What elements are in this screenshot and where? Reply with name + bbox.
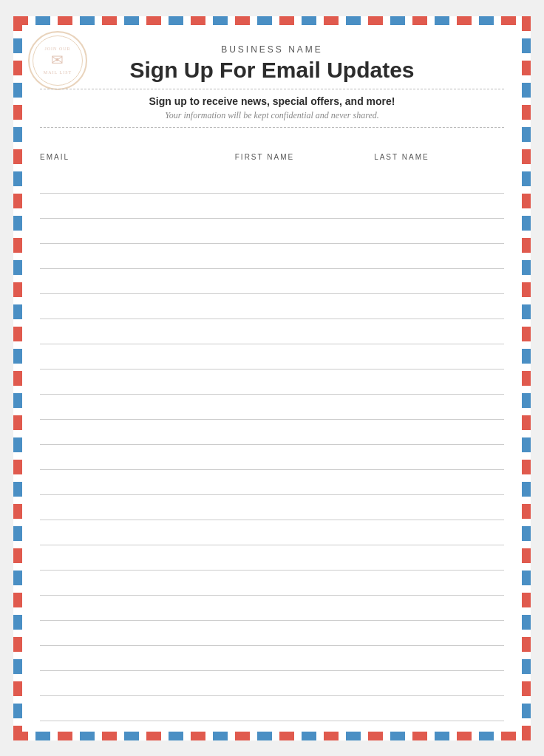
form-row[interactable] — [40, 344, 504, 370]
firstname-cell-1[interactable] — [235, 194, 374, 218]
firstname-column-header: FIRST NAME — [235, 153, 374, 164]
form-row[interactable] — [40, 646, 504, 671]
firstname-cell-15[interactable] — [235, 545, 374, 570]
lastname-cell-4[interactable] — [374, 269, 504, 293]
form-row[interactable] — [40, 470, 504, 495]
airmail-border-left — [13, 16, 22, 740]
firstname-cell-0[interactable] — [235, 168, 374, 193]
form-row[interactable] — [40, 545, 504, 571]
lastname-cell-2[interactable] — [374, 219, 504, 243]
email-cell-19[interactable] — [40, 646, 235, 670]
firstname-cell-21[interactable] — [235, 696, 374, 721]
email-cell-0[interactable] — [40, 168, 235, 193]
firstname-cell-12[interactable] — [235, 470, 374, 494]
column-headers: EMAIL FIRST NAME LAST NAME — [40, 153, 504, 164]
form-row[interactable] — [40, 621, 504, 646]
lastname-cell-9[interactable] — [374, 395, 504, 419]
form-row[interactable] — [40, 168, 504, 194]
divider-top — [40, 89, 504, 89]
firstname-cell-20[interactable] — [235, 671, 374, 695]
form-row[interactable] — [40, 244, 504, 269]
form-row[interactable] — [40, 269, 504, 294]
firstname-cell-18[interactable] — [235, 621, 374, 645]
form-row[interactable] — [40, 571, 504, 596]
firstname-cell-10[interactable] — [235, 420, 374, 444]
lastname-cell-19[interactable] — [374, 646, 504, 670]
email-cell-9[interactable] — [40, 395, 235, 419]
email-cell-4[interactable] — [40, 269, 235, 293]
lastname-cell-17[interactable] — [374, 596, 504, 620]
main-title: Sign Up For Email Updates — [40, 58, 504, 83]
firstname-cell-5[interactable] — [235, 294, 374, 319]
email-cell-5[interactable] — [40, 294, 235, 319]
form-row[interactable] — [40, 696, 504, 721]
lastname-cell-21[interactable] — [374, 696, 504, 721]
firstname-cell-9[interactable] — [235, 395, 374, 419]
form-row[interactable] — [40, 395, 504, 420]
form-row[interactable] — [40, 194, 504, 219]
firstname-cell-19[interactable] — [235, 646, 374, 670]
firstname-cell-13[interactable] — [235, 495, 374, 520]
form-rows — [40, 168, 504, 721]
firstname-cell-7[interactable] — [235, 344, 374, 369]
form-row[interactable] — [40, 370, 504, 395]
email-cell-14[interactable] — [40, 520, 235, 545]
lastname-cell-7[interactable] — [374, 344, 504, 369]
form-row[interactable] — [40, 294, 504, 319]
firstname-cell-3[interactable] — [235, 244, 374, 268]
firstname-cell-6[interactable] — [235, 319, 374, 344]
business-name: BUSINESS NAME — [40, 44, 504, 55]
form-row[interactable] — [40, 596, 504, 621]
email-cell-10[interactable] — [40, 420, 235, 444]
lastname-cell-1[interactable] — [374, 194, 504, 218]
email-cell-16[interactable] — [40, 571, 235, 595]
form-row[interactable] — [40, 495, 504, 520]
firstname-cell-14[interactable] — [235, 520, 374, 545]
form-row[interactable] — [40, 219, 504, 244]
lastname-cell-14[interactable] — [374, 520, 504, 545]
firstname-cell-4[interactable] — [235, 269, 374, 293]
lastname-cell-6[interactable] — [374, 319, 504, 344]
email-cell-18[interactable] — [40, 621, 235, 645]
form-row[interactable] — [40, 445, 504, 470]
airmail-border-right — [522, 16, 531, 740]
email-cell-12[interactable] — [40, 470, 235, 494]
header: BUSINESS NAME Sign Up For Email Updates … — [40, 37, 504, 141]
lastname-cell-15[interactable] — [374, 545, 504, 570]
email-cell-11[interactable] — [40, 445, 235, 469]
lastname-cell-3[interactable] — [374, 244, 504, 268]
email-cell-2[interactable] — [40, 219, 235, 243]
email-cell-17[interactable] — [40, 596, 235, 620]
lastname-cell-11[interactable] — [374, 445, 504, 469]
form-row[interactable] — [40, 520, 504, 545]
confidential-text: Your information will be kept confidenti… — [40, 110, 504, 121]
form-row[interactable] — [40, 671, 504, 696]
lastname-cell-0[interactable] — [374, 168, 504, 193]
lastname-label: LAST NAME — [374, 153, 504, 161]
lastname-cell-16[interactable] — [374, 571, 504, 595]
lastname-cell-5[interactable] — [374, 294, 504, 319]
email-cell-8[interactable] — [40, 370, 235, 394]
firstname-cell-11[interactable] — [235, 445, 374, 469]
lastname-cell-18[interactable] — [374, 621, 504, 645]
email-cell-15[interactable] — [40, 545, 235, 570]
email-cell-13[interactable] — [40, 495, 235, 520]
form-row[interactable] — [40, 420, 504, 445]
lastname-cell-12[interactable] — [374, 470, 504, 494]
firstname-cell-17[interactable] — [235, 596, 374, 620]
form-row[interactable] — [40, 319, 504, 344]
firstname-cell-16[interactable] — [235, 571, 374, 595]
firstname-cell-8[interactable] — [235, 370, 374, 394]
email-cell-20[interactable] — [40, 671, 235, 695]
lastname-cell-20[interactable] — [374, 671, 504, 695]
email-cell-21[interactable] — [40, 696, 235, 721]
email-cell-7[interactable] — [40, 344, 235, 369]
firstname-cell-2[interactable] — [235, 219, 374, 243]
lastname-cell-10[interactable] — [374, 420, 504, 444]
lastname-cell-8[interactable] — [374, 370, 504, 394]
lastname-cell-13[interactable] — [374, 495, 504, 520]
form-area: EMAIL FIRST NAME LAST NAME — [40, 153, 504, 721]
email-cell-3[interactable] — [40, 244, 235, 268]
email-cell-6[interactable] — [40, 319, 235, 344]
email-cell-1[interactable] — [40, 194, 235, 218]
